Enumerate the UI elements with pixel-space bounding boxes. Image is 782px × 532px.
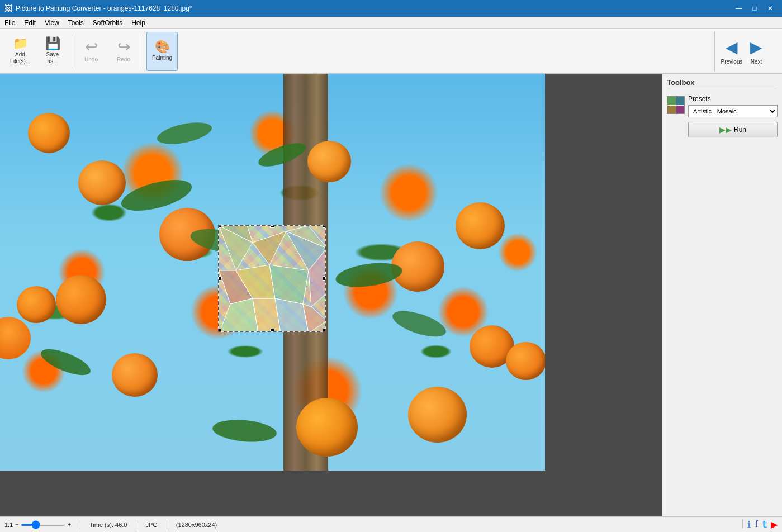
toolbar-separator-2 bbox=[143, 35, 143, 68]
close-button[interactable]: ✕ bbox=[763, 2, 778, 15]
orange-9 bbox=[307, 141, 351, 182]
presets-label: Presets bbox=[688, 95, 778, 103]
handle-bottom-right[interactable] bbox=[323, 329, 326, 332]
zoom-out-icon: − bbox=[15, 521, 18, 528]
previous-button[interactable]: ◀ Previous bbox=[719, 32, 744, 71]
preset-cell-4 bbox=[676, 106, 685, 114]
info-icon[interactable]: ℹ bbox=[747, 519, 751, 530]
svg-marker-7 bbox=[219, 298, 258, 332]
handle-top-left[interactable] bbox=[218, 225, 221, 228]
window-controls[interactable]: — □ ✕ bbox=[732, 2, 778, 15]
orange-5 bbox=[296, 398, 358, 457]
previous-label: Previous bbox=[721, 59, 743, 65]
save-as-label: Saveas... bbox=[46, 51, 59, 65]
status-separator-4 bbox=[742, 519, 743, 528]
title-bar: 🖼 Picture to Painting Converter - orange… bbox=[0, 0, 782, 17]
status-dimensions: (1280x960x24) bbox=[176, 521, 217, 528]
undo-icon: ↩ bbox=[85, 39, 98, 55]
twitter-icon[interactable]: 𝕥 bbox=[762, 519, 766, 530]
maximize-button[interactable]: □ bbox=[747, 2, 762, 15]
orange-10 bbox=[17, 286, 56, 323]
redo-icon: ↪ bbox=[117, 39, 130, 55]
zoom-area: 1:1 − + bbox=[4, 521, 71, 528]
status-bar: 1:1 − + Time (s): 46.0 JPG (1280x960x24)… bbox=[0, 516, 782, 532]
image-canvas bbox=[0, 74, 545, 471]
preset-icon-area bbox=[667, 95, 685, 114]
facebook-icon[interactable]: f bbox=[755, 519, 758, 530]
menu-softorbits[interactable]: SoftOrbits bbox=[88, 17, 127, 28]
svg-marker-1 bbox=[253, 231, 286, 265]
status-separator-1 bbox=[80, 520, 80, 529]
preset-cell-3 bbox=[667, 106, 676, 114]
menu-help[interactable]: Help bbox=[127, 17, 150, 28]
handle-middle-left[interactable] bbox=[218, 276, 221, 281]
preset-cell-1 bbox=[667, 97, 676, 105]
mosaic-selection-box[interactable] bbox=[218, 225, 326, 332]
run-label: Run bbox=[734, 126, 746, 134]
handle-top-right[interactable] bbox=[323, 225, 326, 228]
toolbox-title: Toolbox bbox=[667, 78, 778, 89]
next-arrow-icon: ▶ bbox=[750, 38, 762, 56]
orange-2 bbox=[78, 160, 126, 205]
menu-view[interactable]: View bbox=[40, 17, 64, 28]
orange-13 bbox=[506, 342, 545, 380]
painting-icon: 🎨 bbox=[155, 41, 170, 53]
save-as-icon: 💾 bbox=[45, 37, 60, 50]
status-format: JPG bbox=[145, 521, 157, 528]
add-files-label: AddFile(s)... bbox=[10, 51, 30, 65]
toolbar-right-separator bbox=[714, 32, 715, 71]
preset-controls: Presets Artistic - MosaicArtistic - Oil … bbox=[688, 95, 778, 137]
save-as-button[interactable]: 💾 Saveas... bbox=[37, 32, 68, 71]
menu-tools[interactable]: Tools bbox=[64, 17, 88, 28]
preset-cell-2 bbox=[676, 97, 685, 105]
handle-middle-right[interactable] bbox=[323, 276, 326, 281]
add-files-button[interactable]: 📁 AddFile(s)... bbox=[4, 32, 36, 71]
toolbar-separator-1 bbox=[72, 35, 72, 68]
menu-file[interactable]: File bbox=[0, 17, 20, 28]
handle-bottom-left[interactable] bbox=[218, 329, 221, 332]
status-time: Time (s): 46.0 bbox=[89, 521, 127, 528]
run-arrows-icon: ▶▶ bbox=[719, 125, 732, 134]
redo-button[interactable]: ↪ Redo bbox=[108, 32, 139, 71]
toolbox-presets-area: Presets Artistic - MosaicArtistic - Oil … bbox=[667, 95, 778, 137]
svg-marker-5 bbox=[269, 265, 309, 304]
add-files-icon: 📁 bbox=[13, 37, 28, 50]
painting-button[interactable]: 🎨 Painting bbox=[146, 32, 178, 71]
title-bar-left: 🖼 Picture to Painting Converter - orange… bbox=[4, 4, 192, 13]
mosaic-svg bbox=[219, 226, 326, 332]
minimize-button[interactable]: — bbox=[732, 2, 746, 15]
toolbar: 📁 AddFile(s)... 💾 Saveas... ↩ Undo ↪ Red… bbox=[0, 29, 782, 74]
undo-button[interactable]: ↩ Undo bbox=[75, 32, 107, 71]
redo-label: Redo bbox=[117, 56, 130, 63]
orange-12 bbox=[408, 387, 467, 443]
menu-bar: File Edit View Tools SoftOrbits Help bbox=[0, 17, 782, 29]
main-area: Toolbox Presets Artistic - MosaicArtisti… bbox=[0, 74, 782, 516]
window-title: Picture to Painting Converter - oranges-… bbox=[16, 4, 192, 12]
orange-7 bbox=[456, 202, 505, 249]
zoom-slider[interactable] bbox=[21, 524, 65, 526]
preset-grid-icon bbox=[667, 96, 685, 114]
zoom-value: 1:1 bbox=[4, 521, 13, 528]
handle-top-center[interactable] bbox=[270, 225, 274, 228]
social-icons-area: ℹ f 𝕥 ▶ bbox=[742, 519, 778, 530]
app-icon: 🖼 bbox=[4, 4, 12, 13]
painting-label: Painting bbox=[152, 55, 172, 61]
handle-bottom-center[interactable] bbox=[270, 329, 274, 332]
previous-arrow-icon: ◀ bbox=[726, 38, 738, 56]
status-separator-2 bbox=[136, 520, 136, 529]
mosaic-effect-preview bbox=[219, 226, 325, 331]
undo-label: Undo bbox=[84, 56, 98, 63]
orange-3 bbox=[56, 275, 106, 324]
next-button[interactable]: ▶ Next bbox=[744, 32, 769, 71]
preset-dropdown[interactable]: Artistic - MosaicArtistic - Oil Painting… bbox=[688, 105, 778, 117]
svg-marker-9 bbox=[275, 298, 309, 332]
run-button[interactable]: ▶▶ Run bbox=[688, 122, 778, 137]
orange-11 bbox=[112, 353, 158, 397]
canvas-area[interactable] bbox=[0, 74, 662, 516]
menu-edit[interactable]: Edit bbox=[20, 17, 40, 28]
status-separator-3 bbox=[167, 520, 167, 529]
zoom-in-icon: + bbox=[68, 521, 71, 528]
orange-4 bbox=[28, 113, 70, 153]
next-label: Next bbox=[751, 59, 762, 65]
youtube-icon[interactable]: ▶ bbox=[771, 519, 778, 530]
